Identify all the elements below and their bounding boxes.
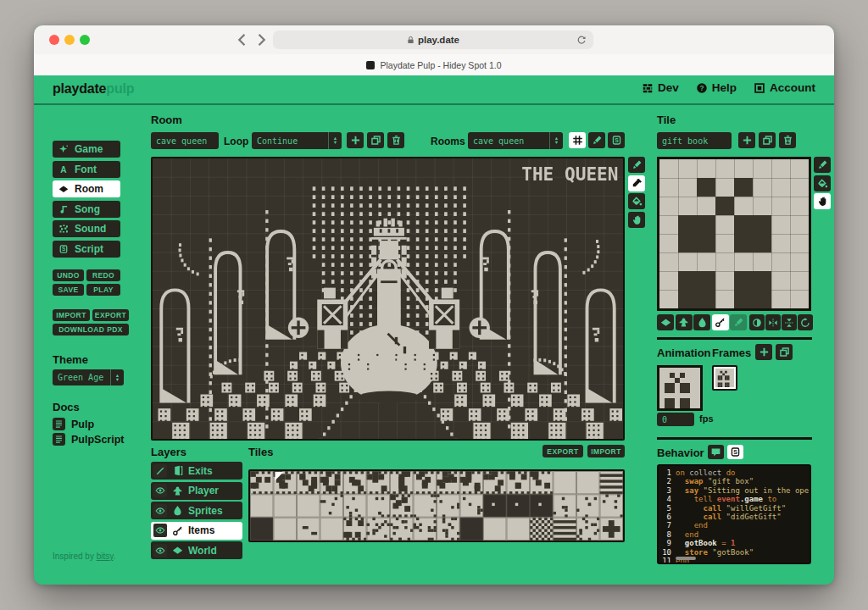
export-button[interactable]: EXPORT xyxy=(92,309,129,321)
tiles-import-button[interactable]: IMPORT xyxy=(587,445,625,458)
behavior-code-editor[interactable]: 1on collect do2 swap "gift box"3 say "Si… xyxy=(657,464,811,564)
room-loop-select[interactable]: Continue ▲▼ xyxy=(252,132,342,149)
room-name-input[interactable]: cave queen xyxy=(151,132,219,149)
room-draw-button[interactable] xyxy=(588,132,605,148)
lock-icon xyxy=(407,36,415,44)
room-tool-pencil-button[interactable] xyxy=(628,157,645,173)
layer-row-player[interactable]: Player xyxy=(151,482,242,500)
bitsy-link[interactable]: bitsy xyxy=(97,552,114,561)
layer-row-exits[interactable]: Exits xyxy=(151,462,242,480)
playdate-pulp-logo[interactable]: playdatepulp xyxy=(53,81,134,97)
sidebar-item-sound[interactable]: Sound xyxy=(53,220,120,237)
tile-flipv-button[interactable] xyxy=(782,314,797,330)
room-canvas[interactable] xyxy=(153,158,623,439)
script-icon: S xyxy=(611,135,622,146)
sidebar-item-song[interactable]: Song xyxy=(53,201,120,218)
tiles-palette[interactable] xyxy=(250,471,623,541)
header-nav-account[interactable]: Account xyxy=(754,81,815,94)
minimize-window-button[interactable] xyxy=(64,35,75,45)
rooms-select[interactable]: cave queen ▲▼ xyxy=(468,132,563,149)
fps-input[interactable]: 0 xyxy=(657,413,694,426)
tile-type-item-button[interactable] xyxy=(712,314,729,330)
tile-type-world-button[interactable] xyxy=(657,314,674,330)
undo-button[interactable]: UNDO xyxy=(53,269,84,281)
tile-type-player-button[interactable] xyxy=(676,314,693,330)
theme-select[interactable]: Green Age ▲▼ xyxy=(53,369,124,385)
nav-label: Account xyxy=(770,81,815,94)
duplicate-room-button[interactable] xyxy=(367,132,384,148)
visibility-off-button[interactable] xyxy=(153,464,167,478)
tile-tool-hand-button[interactable] xyxy=(814,193,831,209)
delete-tile-button[interactable] xyxy=(779,132,796,148)
tiles-export-button[interactable]: EXPORT xyxy=(542,445,583,458)
svg-text:A: A xyxy=(60,164,67,174)
visibility-button[interactable] xyxy=(153,524,167,537)
duplicate-frame-button[interactable] xyxy=(776,344,793,360)
redo-button[interactable]: REDO xyxy=(86,269,120,281)
download-pdx-button[interactable]: DOWNLOAD PDX xyxy=(53,324,129,336)
droplet-icon xyxy=(697,317,708,328)
tile-name-input[interactable]: gift book xyxy=(657,132,732,149)
docs-link-pulp[interactable]: Pulp xyxy=(53,418,94,430)
address-bar[interactable]: play.date xyxy=(273,30,593,49)
music-icon xyxy=(58,204,69,214)
room-grid-toggle-button[interactable] xyxy=(569,132,586,148)
bucket-icon xyxy=(817,178,828,189)
room-tool-bucket-button[interactable] xyxy=(628,193,645,209)
tile-invert-button[interactable] xyxy=(749,314,765,330)
visibility-button[interactable] xyxy=(153,544,167,557)
animation-preview-frame xyxy=(657,365,703,411)
behavior-heading: Behavior xyxy=(657,446,704,459)
document-icon xyxy=(53,418,65,430)
import-button[interactable]: IMPORT xyxy=(53,309,90,321)
behavior-script-button[interactable]: S xyxy=(727,445,743,459)
tab-title: Playdate Pulp - Hidey Spot 1.0 xyxy=(380,60,501,70)
brand-playdate: playdate xyxy=(53,81,106,96)
play-button[interactable]: PLAY xyxy=(86,284,120,296)
tile-fliph-button[interactable] xyxy=(765,314,781,330)
sidebar-item-game[interactable]: Game xyxy=(53,141,120,158)
hash-icon xyxy=(572,135,583,146)
room-tool-eyedropper-button[interactable] xyxy=(628,175,645,191)
visibility-button[interactable] xyxy=(153,484,167,497)
room-tool-hand-button[interactable] xyxy=(628,212,645,228)
stepper-arrows-icon: ▲▼ xyxy=(110,369,124,385)
delete-room-button[interactable] xyxy=(387,132,404,148)
add-room-button[interactable] xyxy=(347,132,364,148)
star-icon xyxy=(58,144,69,154)
layer-row-items[interactable]: Items xyxy=(151,522,242,540)
svg-text:?: ? xyxy=(699,83,704,92)
browser-forward-button[interactable] xyxy=(253,32,269,47)
layer-row-world[interactable]: World xyxy=(151,541,242,559)
sidebar-item-room[interactable]: Room xyxy=(53,180,120,197)
docs-link-pulpscript[interactable]: PulpScript xyxy=(53,433,125,446)
duplicate-tile-button[interactable] xyxy=(759,132,776,148)
code-horizontal-scrollbar[interactable] xyxy=(676,557,696,560)
tile-type-sprite-button[interactable] xyxy=(693,314,710,330)
layer-row-sprites[interactable]: Sprites xyxy=(151,502,242,519)
reload-icon[interactable] xyxy=(576,35,587,45)
behavior-say-button[interactable] xyxy=(708,445,724,459)
door-icon xyxy=(172,465,183,476)
rooms-value: cave queen xyxy=(468,136,549,146)
code-line: 5 call "willGetGift" xyxy=(659,504,810,513)
save-button[interactable]: SAVE xyxy=(53,284,84,296)
frame-thumbnail-selected[interactable] xyxy=(712,365,737,391)
sidebar-item-script[interactable]: SScript xyxy=(53,241,120,258)
add-frame-button[interactable] xyxy=(755,344,772,360)
tile-tool-bucket-button[interactable] xyxy=(814,175,831,191)
zoom-window-button[interactable] xyxy=(80,35,90,45)
browser-back-button[interactable] xyxy=(235,32,250,47)
header-nav-help[interactable]: ?Help xyxy=(696,81,737,94)
tile-tool-pencil-button[interactable] xyxy=(814,157,831,173)
tile-rotate-button[interactable] xyxy=(798,314,813,330)
tile-editor-canvas[interactable] xyxy=(659,159,809,308)
visibility-button[interactable] xyxy=(153,504,167,518)
stepper-arrows-icon: ▲▼ xyxy=(549,132,563,149)
room-script-button[interactable]: S xyxy=(608,132,625,148)
header-nav-dev[interactable]: Dev xyxy=(642,81,679,94)
app-header: playdatepulp Dev?HelpAccount xyxy=(34,75,834,105)
add-tile-button[interactable] xyxy=(738,132,755,148)
close-window-button[interactable] xyxy=(49,35,59,45)
sidebar-item-font[interactable]: AFont xyxy=(53,161,120,178)
